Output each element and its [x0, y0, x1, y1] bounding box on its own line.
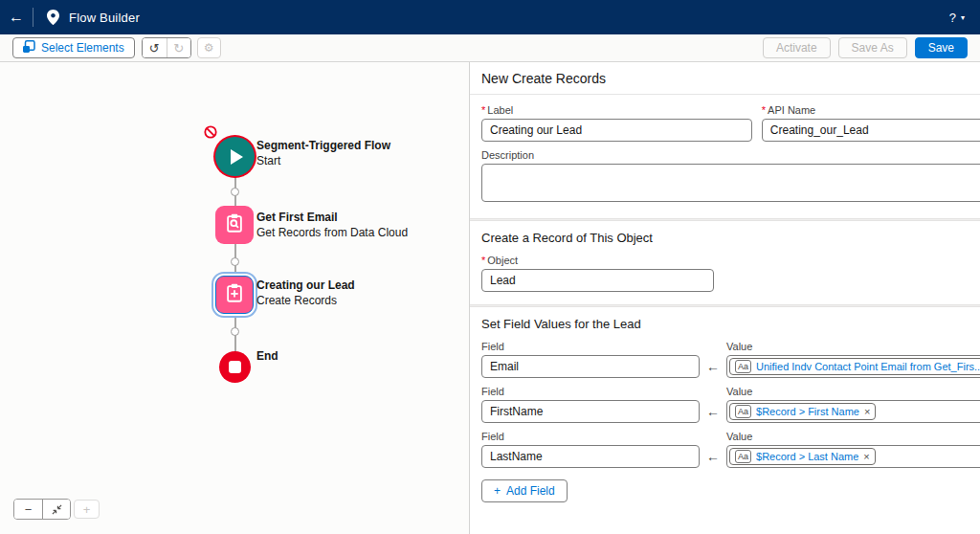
map-arrow-icon: ←	[706, 359, 720, 378]
undo-redo-group: ↺ ↻	[142, 37, 191, 58]
label-field-label: * Label	[481, 104, 752, 116]
description-textarea[interactable]	[481, 164, 980, 202]
label-field-group: * Label	[481, 104, 752, 142]
end-icon	[229, 361, 241, 373]
text-type-icon: Aa	[735, 405, 751, 418]
remove-resource-icon[interactable]: ×	[864, 406, 870, 417]
end-node[interactable]	[219, 351, 251, 383]
end-node-label: End	[256, 349, 278, 365]
settings-gear-button[interactable]: ⚙	[197, 37, 221, 58]
app-header: ← Flow Builder ? ▾	[0, 0, 980, 34]
save-as-button[interactable]: Save As	[838, 37, 907, 58]
panel-header: New Create Records ×	[470, 62, 980, 95]
plus-icon: +	[494, 484, 501, 498]
field-input-firstname[interactable]	[481, 400, 700, 423]
object-field-label: * Object	[481, 255, 980, 266]
add-field-button[interactable]: + Add Field	[481, 479, 568, 502]
value-col: Value Aa $Record > First Name ×	[726, 386, 980, 423]
resource-pill[interactable]: Aa Unified Indv Contact Point Email from…	[729, 358, 980, 375]
field-label: Field	[481, 386, 700, 397]
add-element-dot[interactable]	[231, 327, 239, 336]
description-field-group: Description	[481, 149, 980, 206]
value-label: Value	[726, 341, 980, 352]
add-field-label: Add Field	[506, 484, 555, 498]
value-label: Value	[726, 431, 980, 442]
back-button[interactable]: ←	[0, 0, 33, 34]
resource-pill-label: $Record > First Name	[756, 406, 859, 417]
node-subtitle: Start	[256, 154, 390, 169]
select-elements-icon	[23, 40, 35, 56]
get-records-label[interactable]: Get First Email Get Records from Data Cl…	[256, 211, 408, 240]
required-asterisk: *	[762, 104, 766, 116]
start-node-label[interactable]: Segment-Triggered Flow Start	[256, 139, 390, 168]
flow-toolbar: Select Elements ↺ ↻ ⚙ Activate Save As S…	[0, 34, 980, 62]
zoom-group: −	[13, 499, 71, 520]
api-name-field-group: * API Name	[762, 104, 980, 142]
zoom-out-button[interactable]: −	[14, 500, 42, 519]
fit-to-view-icon	[52, 504, 62, 515]
zoom-controls: − +	[13, 499, 100, 520]
chevron-down-icon: ▾	[961, 13, 965, 22]
page-title: Flow Builder	[69, 11, 140, 25]
label-section: * Label * API Name Description	[470, 95, 980, 218]
api-name-input[interactable]	[762, 119, 980, 142]
value-input-firstname[interactable]: Aa $Record > First Name ×	[726, 400, 980, 423]
field-col: Field	[481, 386, 700, 423]
help-menu[interactable]: ? ▾	[949, 11, 965, 25]
value-col: Value Aa $Record > Last Name ×	[726, 431, 980, 468]
create-records-node-selected[interactable]	[215, 276, 254, 314]
resource-pill-label: Unified Indv Contact Point Email from Ge…	[756, 361, 980, 372]
zoom-in-button[interactable]: +	[74, 500, 100, 519]
object-input[interactable]	[481, 269, 714, 292]
field-values-heading: Set Field Values for the Lead	[481, 317, 980, 331]
undo-button[interactable]: ↺	[143, 38, 167, 57]
value-input-email[interactable]: Aa Unified Indv Contact Point Email from…	[726, 355, 980, 378]
remove-resource-icon[interactable]: ×	[863, 451, 869, 462]
resource-pill[interactable]: Aa $Record > Last Name ×	[729, 448, 876, 465]
get-records-node[interactable]	[215, 206, 254, 244]
map-arrow-icon: ←	[706, 404, 720, 423]
field-col: Field	[481, 341, 700, 378]
node-title: Segment-Triggered Flow	[256, 139, 390, 154]
field-value-row: Field ← Value Aa Unified Indv Contact Po…	[481, 341, 980, 378]
add-element-dot[interactable]	[231, 188, 239, 196]
start-node[interactable]	[215, 137, 255, 176]
required-asterisk: *	[481, 104, 485, 116]
text-type-icon: Aa	[735, 450, 751, 463]
activate-button[interactable]: Activate	[763, 37, 831, 58]
create-records-label[interactable]: Creating our Lead Create Records	[256, 278, 355, 308]
field-label: Field	[481, 341, 700, 352]
add-element-dot[interactable]	[231, 257, 239, 266]
text-type-icon: Aa	[735, 360, 751, 373]
toolbar-actions: Activate Save As Save	[763, 37, 968, 58]
value-col: Value Aa Unified Indv Contact Point Emai…	[726, 341, 980, 378]
property-panel: ◀ New Create Records × * Label * API Nam	[469, 62, 980, 534]
main-area: Segment-Triggered Flow Start Get First E…	[0, 62, 980, 534]
fit-to-view-button[interactable]	[42, 500, 70, 519]
value-input-lastname[interactable]: Aa $Record > Last Name ×	[726, 445, 980, 468]
map-arrow-icon: ←	[706, 449, 720, 468]
select-elements-button[interactable]: Select Elements	[12, 37, 135, 58]
field-value-row: Field ← Value Aa $Record > Last Name ×	[481, 431, 980, 468]
field-values-section: Set Field Values for the Lead Field ← Va…	[470, 307, 980, 515]
panel-title: New Create Records	[481, 71, 606, 86]
api-name-field-label: * API Name	[762, 104, 980, 116]
node-subtitle: Get Records from Data Cloud	[256, 226, 408, 241]
field-input-email[interactable]	[481, 355, 700, 378]
create-records-icon	[224, 282, 245, 307]
field-value-row: Field ← Value Aa $Record > First Name ×	[481, 386, 980, 423]
start-error-badge-icon	[204, 125, 217, 143]
flow-builder-pin-icon	[47, 10, 59, 25]
redo-button[interactable]: ↻	[167, 38, 190, 57]
select-elements-label: Select Elements	[41, 41, 124, 55]
resource-pill[interactable]: Aa $Record > First Name ×	[729, 403, 876, 420]
save-button[interactable]: Save	[915, 37, 968, 58]
field-label: Field	[481, 431, 700, 442]
description-field-label: Description	[481, 149, 980, 161]
resource-pill-label: $Record > Last Name	[756, 451, 858, 462]
field-col: Field	[481, 431, 700, 468]
label-input[interactable]	[481, 119, 752, 142]
flow-canvas[interactable]: Segment-Triggered Flow Start Get First E…	[0, 62, 469, 534]
node-title: Creating our Lead	[256, 278, 355, 294]
field-input-lastname[interactable]	[481, 445, 700, 468]
